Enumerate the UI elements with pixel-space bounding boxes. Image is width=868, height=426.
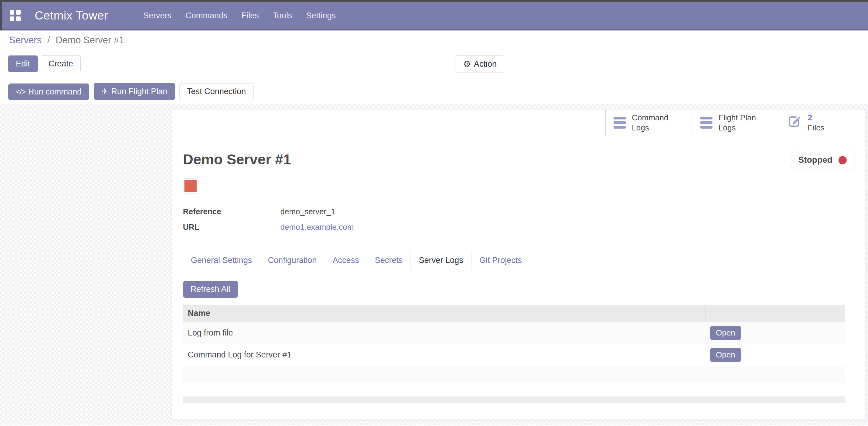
color-picker-field[interactable] — [183, 178, 198, 194]
url-link[interactable]: demo1.example.com — [280, 223, 354, 232]
tab-secrets[interactable]: Secrets — [367, 251, 411, 270]
action-button-label: Action — [474, 60, 497, 68]
server-logs-panel: Refresh All Name Log from file Open — [183, 281, 855, 403]
form-sheet: Command Logs Flight Plan Logs — [172, 109, 866, 420]
tab-access[interactable]: Access — [325, 251, 367, 270]
field-group: Reference demo_server_1 URL demo1.exampl… — [183, 204, 855, 235]
stat-button-row: Command Logs Flight Plan Logs — [172, 109, 866, 136]
stat-label: 2 Files — [808, 113, 825, 133]
notebook-tabs: General Settings Configuration Access Se… — [183, 252, 855, 270]
status-dot-icon — [838, 156, 847, 164]
server-logs-table: Name Log from file Open Command Log f — [183, 305, 845, 383]
open-log-button[interactable]: Open — [710, 348, 741, 362]
breadcrumb-parent-link[interactable]: Servers — [9, 35, 42, 46]
breadcrumb: Servers / Demo Server #1 — [9, 35, 868, 46]
tab-general-settings[interactable]: General Settings — [183, 251, 260, 270]
run-command-button[interactable]: </> Run command — [8, 84, 89, 100]
main-menu: Servers Commands Files Tools Settings — [136, 2, 343, 29]
stat-label: Command Logs — [632, 113, 668, 133]
code-icon: </> — [16, 88, 26, 95]
url-field-label: URL — [183, 219, 273, 235]
table-empty-row — [183, 366, 845, 383]
sheet-body: Demo Server #1 Stopped Reference demo_se… — [172, 151, 866, 403]
menu-item-servers[interactable]: Servers — [136, 2, 179, 29]
menu-item-tools[interactable]: Tools — [266, 2, 299, 29]
run-flight-plan-button[interactable]: ✈ Run Flight Plan — [94, 83, 175, 100]
plane-icon: ✈ — [101, 87, 108, 96]
log-name-cell[interactable]: Command Log for Server #1 — [183, 344, 706, 366]
edit-button[interactable]: Edit — [8, 55, 38, 72]
test-connection-button[interactable]: Test Connection — [179, 83, 253, 100]
refresh-all-button[interactable]: Refresh All — [183, 281, 238, 298]
tab-git-projects[interactable]: Git Projects — [471, 251, 530, 270]
column-header-name[interactable]: Name — [183, 305, 706, 322]
stat-label: Flight Plan Logs — [719, 113, 756, 133]
gear-icon: ⚙ — [463, 60, 471, 68]
apps-grid-icon[interactable] — [10, 10, 21, 21]
stat-button-flight-plan-logs[interactable]: Flight Plan Logs — [692, 109, 779, 136]
main-content-area: Command Logs Flight Plan Logs — [0, 104, 868, 425]
table-row[interactable]: Log from file Open — [183, 322, 845, 344]
menu-item-commands[interactable]: Commands — [179, 2, 235, 29]
top-navbar: Cetmix Tower Servers Commands Files Tool… — [0, 2, 868, 30]
color-swatch — [184, 180, 196, 192]
breadcrumb-separator: / — [44, 35, 53, 46]
server-action-row: </> Run command ✈ Run Flight Plan Test C… — [8, 83, 868, 100]
open-log-button[interactable]: Open — [710, 326, 741, 340]
url-field-value: demo1.example.com — [273, 219, 608, 235]
control-panel: Servers / Demo Server #1 Edit Create ⚙ A… — [0, 30, 868, 104]
table-header-row: Name — [183, 305, 845, 322]
files-count: 2 — [808, 113, 825, 123]
edit-create-row: Edit Create ⚙ Action — [8, 55, 868, 72]
window-left-edge — [0, 0, 2, 30]
tab-server-logs[interactable]: Server Logs — [410, 251, 471, 270]
log-action-cell: Open — [706, 344, 845, 366]
reference-field-label: Reference — [183, 204, 273, 219]
menu-item-files[interactable]: Files — [235, 2, 266, 29]
list-icon — [614, 117, 626, 129]
column-header-action — [706, 305, 845, 322]
create-button[interactable]: Create — [41, 55, 81, 72]
server-title: Demo Server #1 — [183, 151, 291, 168]
status-label: Stopped — [798, 155, 832, 165]
window-top-edge — [0, 0, 868, 2]
run-flight-plan-label: Run Flight Plan — [111, 87, 167, 96]
table-footer-bar — [183, 396, 845, 403]
stat-button-files[interactable]: 2 Files — [779, 109, 866, 136]
log-action-cell: Open — [706, 322, 845, 344]
breadcrumb-current: Demo Server #1 — [56, 35, 124, 46]
stat-button-command-logs[interactable]: Command Logs — [606, 109, 692, 136]
table-row[interactable]: Command Log for Server #1 Open — [183, 344, 845, 366]
app-brand[interactable]: Cetmix Tower — [35, 9, 108, 22]
action-button[interactable]: ⚙ Action — [456, 55, 504, 73]
status-badge: Stopped — [790, 151, 855, 169]
run-command-label: Run command — [28, 88, 82, 96]
title-row: Demo Server #1 Stopped — [183, 151, 855, 169]
edit-square-icon — [787, 114, 802, 131]
menu-item-settings[interactable]: Settings — [299, 2, 343, 29]
list-icon — [700, 117, 712, 129]
tab-configuration[interactable]: Configuration — [260, 251, 325, 270]
reference-field-value: demo_server_1 — [273, 204, 608, 219]
log-name-cell[interactable]: Log from file — [183, 322, 706, 344]
